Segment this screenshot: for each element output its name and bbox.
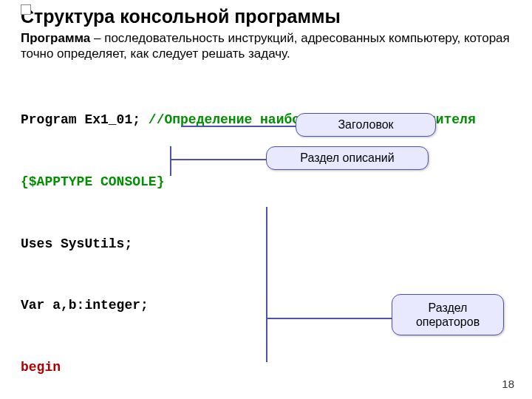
code-line-2: {$APPTYPE CONSOLE}: [21, 172, 517, 193]
subtitle-rest: – последовательность инструкций, адресов…: [21, 31, 510, 61]
connector-3a: [266, 318, 392, 319]
code-block: Program Ex1_01; //Определение наибольшег…: [21, 69, 517, 400]
slide-title: Структура консольной программы: [21, 6, 517, 27]
subtitle-lead: Программа: [21, 31, 90, 45]
code-line-3: Uses SysUtils;: [21, 234, 517, 255]
connector-3b: [266, 207, 267, 362]
page-number: 18: [502, 378, 514, 390]
callout-header: Заголовок: [296, 113, 436, 137]
callout-operators: Раздел операторов: [392, 294, 504, 335]
connector-2b: [170, 146, 171, 176]
callout-declarations: Раздел описаний: [266, 146, 429, 170]
connector-2a: [170, 159, 266, 160]
slide-subtitle: Программа – последовательность инструкци…: [21, 30, 517, 62]
corner-marker: [21, 4, 31, 15]
code-line-1: Program Ex1_01; //Определение наибольшег…: [21, 110, 517, 131]
code-line-5: begin: [21, 358, 517, 378]
connector-1: [181, 126, 296, 127]
